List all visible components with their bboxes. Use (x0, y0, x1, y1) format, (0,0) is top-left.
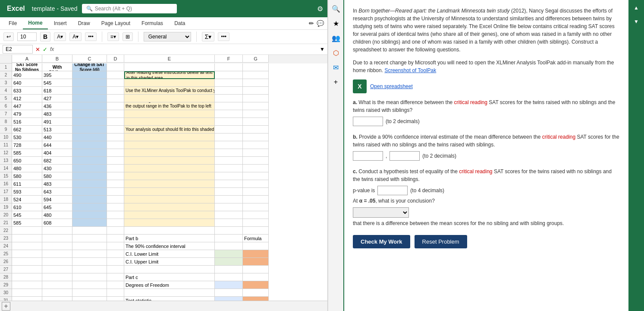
cell-d17[interactable] (107, 188, 124, 196)
cell-a24[interactable] (12, 242, 42, 250)
cell-b17[interactable]: 643 (42, 188, 72, 196)
cell-f15[interactable] (215, 172, 243, 180)
col-header-e[interactable]: E (124, 55, 215, 63)
cell-a12[interactable]: 585 (12, 149, 42, 157)
cell-d1[interactable] (107, 63, 124, 71)
cell-e24[interactable]: The 90% confidence interval (124, 242, 215, 250)
people-side-icon[interactable]: 👥 (331, 33, 341, 43)
cell-b26[interactable] (42, 258, 72, 266)
question-b-lower-input[interactable] (353, 151, 383, 161)
cell-c21[interactable] (72, 219, 107, 227)
conclusion-dropdown[interactable]: We can conclude We cannot conclude (353, 207, 409, 218)
cell-a20[interactable]: 545 (12, 211, 42, 219)
nav-arrow-up[interactable]: ▲ (632, 3, 641, 12)
col-header-c[interactable]: C (72, 55, 107, 63)
cell-c22[interactable] (72, 227, 107, 235)
cell-b3[interactable]: 545 (42, 79, 72, 87)
cell-d13[interactable] (107, 157, 124, 165)
cell-a1[interactable]: SAT Score No Siblings (12, 63, 42, 71)
cell-a3[interactable]: 640 (12, 79, 42, 87)
cell-g17[interactable] (243, 188, 269, 196)
cell-g15[interactable] (243, 172, 269, 180)
cell-f12[interactable] (215, 149, 243, 157)
cell-e21[interactable] (124, 219, 215, 227)
cell-b14[interactable]: 430 (42, 165, 72, 172)
cell-f9[interactable] (215, 126, 243, 133)
cell-b6[interactable]: 436 (42, 102, 72, 110)
cell-a23[interactable] (12, 235, 42, 242)
cell-c28[interactable] (72, 273, 107, 281)
cell-b21[interactable]: 608 (42, 219, 72, 227)
cell-c13[interactable] (72, 157, 107, 165)
cell-g6[interactable] (243, 102, 269, 110)
cell-e29[interactable]: Degrees of Freedom (124, 281, 215, 289)
undo-btn[interactable]: ↩ (3, 32, 14, 41)
cell-e18[interactable] (124, 196, 215, 203)
cell-e12[interactable] (124, 149, 215, 157)
align-btn[interactable]: ≡▾ (107, 32, 119, 41)
cell-c26[interactable] (72, 258, 107, 266)
cell-c14[interactable] (72, 165, 107, 172)
cell-c7[interactable] (72, 110, 107, 118)
cell-c10[interactable] (72, 133, 107, 141)
cell-g10[interactable] (243, 133, 269, 141)
cell-b2[interactable]: 395 (42, 71, 72, 79)
tab-home[interactable]: Home (23, 17, 47, 29)
cell-e27[interactable] (124, 266, 215, 273)
cell-f28[interactable] (215, 273, 243, 281)
cell-g8[interactable] (243, 118, 269, 126)
cell-d5[interactable] (107, 95, 124, 102)
font-color-btn[interactable]: A▾ (69, 32, 82, 41)
cell-g2[interactable] (243, 71, 269, 79)
cell-e1[interactable] (124, 63, 215, 71)
cell-e20[interactable] (124, 211, 215, 219)
col-header-a[interactable]: A (12, 55, 42, 63)
cell-b10[interactable]: 440 (42, 133, 72, 141)
cell-b22[interactable] (42, 227, 72, 235)
cell-g11[interactable] (243, 141, 269, 149)
cell-e14[interactable] (124, 165, 215, 172)
col-header-g[interactable]: G (243, 55, 269, 63)
cell-c4[interactable] (72, 87, 107, 95)
cell-c2[interactable] (72, 71, 107, 79)
cell-a10[interactable]: 530 (12, 133, 42, 141)
cell-g18[interactable] (243, 196, 269, 203)
cell-b25[interactable] (42, 250, 72, 258)
nav-arrow-down[interactable]: ▼ (632, 17, 641, 26)
cell-g30[interactable] (243, 289, 269, 297)
cell-f27[interactable] (215, 266, 243, 273)
check-my-work-button[interactable]: Check My Work (353, 235, 410, 248)
star-side-icon[interactable]: ★ (331, 18, 341, 29)
formula-x-icon[interactable]: ✕ (35, 46, 40, 53)
cell-e11[interactable] (124, 141, 215, 149)
cell-c30[interactable] (72, 289, 107, 297)
cell-g14[interactable] (243, 165, 269, 172)
cell-a16[interactable]: 611 (12, 180, 42, 188)
cell-e7[interactable] (124, 110, 215, 118)
cell-b12[interactable]: 404 (42, 149, 72, 157)
cell-f2[interactable] (215, 71, 243, 79)
cell-c27[interactable] (72, 266, 107, 273)
cell-d22[interactable] (107, 227, 124, 235)
cell-f13[interactable] (215, 157, 243, 165)
cell-a17[interactable]: 593 (12, 188, 42, 196)
cell-c8[interactable] (72, 118, 107, 126)
cell-a2[interactable]: 490 (12, 71, 42, 79)
question-a-input[interactable] (353, 117, 383, 126)
cell-e17[interactable] (124, 188, 215, 196)
cell-b23[interactable] (42, 235, 72, 242)
cell-d31[interactable] (107, 297, 124, 301)
reset-problem-button[interactable]: Reset Problem (415, 235, 467, 248)
cell-e2[interactable]: After reading these instructions delete … (124, 71, 215, 79)
cell-g5[interactable] (243, 95, 269, 102)
cell-c17[interactable] (72, 188, 107, 196)
cell-f30[interactable] (215, 289, 243, 297)
cell-f24[interactable] (215, 242, 243, 250)
cell-d15[interactable] (107, 172, 124, 180)
cell-b9[interactable]: 513 (42, 126, 72, 133)
cell-e15[interactable] (124, 172, 215, 180)
cell-e10[interactable] (124, 133, 215, 141)
cell-e8[interactable] (124, 118, 215, 126)
cell-e4[interactable]: Use the XLMiner Analysis ToolPak to cond… (124, 87, 215, 95)
cell-g4[interactable] (243, 87, 269, 95)
